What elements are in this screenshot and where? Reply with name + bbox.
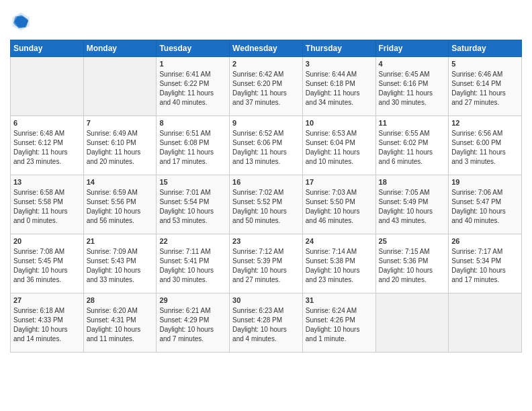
calendar-cell: 30Sunrise: 6:23 AM Sunset: 4:28 PM Dayli… <box>230 293 303 353</box>
day-number: 17 <box>306 177 373 187</box>
day-number: 23 <box>232 236 300 246</box>
day-info: Sunrise: 6:23 AM Sunset: 4:28 PM Dayligh… <box>232 306 300 344</box>
calendar-cell: 13Sunrise: 6:58 AM Sunset: 5:58 PM Dayli… <box>11 175 84 234</box>
day-info: Sunrise: 7:05 AM Sunset: 5:49 PM Dayligh… <box>379 188 446 226</box>
calendar-cell: 5Sunrise: 6:46 AM Sunset: 6:14 PM Daylig… <box>449 57 522 116</box>
day-number: 18 <box>379 177 446 187</box>
day-info: Sunrise: 7:02 AM Sunset: 5:52 PM Dayligh… <box>232 188 300 226</box>
day-info: Sunrise: 7:01 AM Sunset: 5:54 PM Dayligh… <box>159 188 226 226</box>
day-number: 9 <box>232 118 300 128</box>
day-info: Sunrise: 7:09 AM Sunset: 5:43 PM Dayligh… <box>87 247 154 285</box>
day-info: Sunrise: 7:11 AM Sunset: 5:41 PM Dayligh… <box>159 247 226 285</box>
day-number: 10 <box>306 118 373 128</box>
calendar-cell: 8Sunrise: 6:51 AM Sunset: 6:08 PM Daylig… <box>157 116 230 175</box>
calendar-cell: 22Sunrise: 7:11 AM Sunset: 5:41 PM Dayli… <box>157 234 230 293</box>
day-info: Sunrise: 6:42 AM Sunset: 6:20 PM Dayligh… <box>232 70 300 107</box>
day-info: Sunrise: 7:14 AM Sunset: 5:38 PM Dayligh… <box>306 247 373 285</box>
day-number: 2 <box>232 59 300 69</box>
calendar-cell: 25Sunrise: 7:15 AM Sunset: 5:36 PM Dayli… <box>375 234 449 293</box>
day-info: Sunrise: 7:17 AM Sunset: 5:34 PM Dayligh… <box>451 247 519 285</box>
week-row-1: 1Sunrise: 6:41 AM Sunset: 6:22 PM Daylig… <box>11 57 522 116</box>
calendar-cell: 15Sunrise: 7:01 AM Sunset: 5:54 PM Dayli… <box>157 175 230 234</box>
day-number: 25 <box>379 236 446 246</box>
day-number: 7 <box>87 118 154 128</box>
weekday-header-wednesday: Wednesday <box>230 40 303 57</box>
day-info: Sunrise: 6:55 AM Sunset: 6:02 PM Dayligh… <box>379 129 446 167</box>
calendar-cell: 10Sunrise: 6:53 AM Sunset: 6:04 PM Dayli… <box>302 116 375 175</box>
calendar-cell: 28Sunrise: 6:20 AM Sunset: 4:31 PM Dayli… <box>83 293 157 353</box>
logo-icon <box>10 10 32 32</box>
day-number: 22 <box>159 236 226 246</box>
weekday-header-saturday: Saturday <box>449 40 522 57</box>
calendar-cell: 16Sunrise: 7:02 AM Sunset: 5:52 PM Dayli… <box>230 175 303 234</box>
calendar-cell: 31Sunrise: 6:24 AM Sunset: 4:26 PM Dayli… <box>302 293 375 353</box>
day-number: 16 <box>232 177 300 187</box>
calendar-cell: 14Sunrise: 6:59 AM Sunset: 5:56 PM Dayli… <box>83 175 157 234</box>
day-number: 31 <box>306 295 373 306</box>
day-number: 20 <box>13 236 81 246</box>
calendar-cell: 29Sunrise: 6:21 AM Sunset: 4:29 PM Dayli… <box>157 293 230 353</box>
calendar-cell: 19Sunrise: 7:06 AM Sunset: 5:47 PM Dayli… <box>449 175 522 234</box>
day-number: 1 <box>159 59 226 69</box>
day-number: 4 <box>379 59 446 69</box>
calendar-cell: 21Sunrise: 7:09 AM Sunset: 5:43 PM Dayli… <box>83 234 157 293</box>
weekday-header-friday: Friday <box>375 40 449 57</box>
calendar-table: SundayMondayTuesdayWednesdayThursdayFrid… <box>10 40 522 353</box>
calendar-cell <box>375 293 449 353</box>
weekday-header-tuesday: Tuesday <box>157 40 230 57</box>
logo <box>10 10 34 32</box>
header <box>10 10 522 32</box>
day-info: Sunrise: 7:15 AM Sunset: 5:36 PM Dayligh… <box>379 247 446 285</box>
calendar-cell: 11Sunrise: 6:55 AM Sunset: 6:02 PM Dayli… <box>375 116 449 175</box>
calendar-cell: 24Sunrise: 7:14 AM Sunset: 5:38 PM Dayli… <box>302 234 375 293</box>
calendar-cell: 9Sunrise: 6:52 AM Sunset: 6:06 PM Daylig… <box>230 116 303 175</box>
week-row-2: 6Sunrise: 6:48 AM Sunset: 6:12 PM Daylig… <box>11 116 522 175</box>
weekday-header-thursday: Thursday <box>302 40 375 57</box>
day-number: 5 <box>451 59 519 69</box>
day-number: 28 <box>87 295 154 306</box>
day-number: 30 <box>232 295 300 306</box>
day-number: 26 <box>451 236 519 246</box>
day-info: Sunrise: 6:24 AM Sunset: 4:26 PM Dayligh… <box>306 306 373 344</box>
day-number: 27 <box>13 295 81 306</box>
calendar-cell: 18Sunrise: 7:05 AM Sunset: 5:49 PM Dayli… <box>375 175 449 234</box>
day-number: 29 <box>159 295 226 306</box>
calendar-cell: 12Sunrise: 6:56 AM Sunset: 6:00 PM Dayli… <box>449 116 522 175</box>
day-info: Sunrise: 7:03 AM Sunset: 5:50 PM Dayligh… <box>306 188 373 226</box>
day-info: Sunrise: 6:59 AM Sunset: 5:56 PM Dayligh… <box>87 188 154 226</box>
calendar-cell: 26Sunrise: 7:17 AM Sunset: 5:34 PM Dayli… <box>449 234 522 293</box>
week-row-5: 27Sunrise: 6:18 AM Sunset: 4:33 PM Dayli… <box>11 293 522 353</box>
day-info: Sunrise: 6:51 AM Sunset: 6:08 PM Dayligh… <box>159 129 226 167</box>
day-info: Sunrise: 6:21 AM Sunset: 4:29 PM Dayligh… <box>159 306 226 344</box>
day-number: 21 <box>87 236 154 246</box>
day-number: 11 <box>379 118 446 128</box>
calendar-cell <box>449 293 522 353</box>
calendar-cell: 17Sunrise: 7:03 AM Sunset: 5:50 PM Dayli… <box>302 175 375 234</box>
week-row-3: 13Sunrise: 6:58 AM Sunset: 5:58 PM Dayli… <box>11 175 522 234</box>
day-info: Sunrise: 6:45 AM Sunset: 6:16 PM Dayligh… <box>379 70 446 107</box>
day-number: 14 <box>87 177 154 187</box>
day-info: Sunrise: 7:12 AM Sunset: 5:39 PM Dayligh… <box>232 247 300 285</box>
calendar-cell: 2Sunrise: 6:42 AM Sunset: 6:20 PM Daylig… <box>230 57 303 116</box>
weekday-header-sunday: Sunday <box>11 40 84 57</box>
day-info: Sunrise: 6:41 AM Sunset: 6:22 PM Dayligh… <box>159 70 226 107</box>
day-number: 8 <box>159 118 226 128</box>
day-number: 24 <box>306 236 373 246</box>
weekday-row: SundayMondayTuesdayWednesdayThursdayFrid… <box>11 40 522 57</box>
page: SundayMondayTuesdayWednesdayThursdayFrid… <box>0 0 532 411</box>
day-number: 15 <box>159 177 226 187</box>
day-info: Sunrise: 6:53 AM Sunset: 6:04 PM Dayligh… <box>306 129 373 167</box>
calendar-header: SundayMondayTuesdayWednesdayThursdayFrid… <box>11 40 522 57</box>
day-info: Sunrise: 6:56 AM Sunset: 6:00 PM Dayligh… <box>451 129 519 167</box>
calendar-body: 1Sunrise: 6:41 AM Sunset: 6:22 PM Daylig… <box>11 57 522 353</box>
day-info: Sunrise: 7:08 AM Sunset: 5:45 PM Dayligh… <box>13 247 81 285</box>
calendar-cell <box>11 57 84 116</box>
day-number: 12 <box>451 118 519 128</box>
calendar-cell: 27Sunrise: 6:18 AM Sunset: 4:33 PM Dayli… <box>11 293 84 353</box>
calendar-cell: 1Sunrise: 6:41 AM Sunset: 6:22 PM Daylig… <box>157 57 230 116</box>
day-info: Sunrise: 6:44 AM Sunset: 6:18 PM Dayligh… <box>306 70 373 107</box>
day-number: 19 <box>451 177 519 187</box>
day-info: Sunrise: 6:48 AM Sunset: 6:12 PM Dayligh… <box>13 129 81 167</box>
day-info: Sunrise: 6:49 AM Sunset: 6:10 PM Dayligh… <box>87 129 154 167</box>
day-number: 13 <box>13 177 81 187</box>
